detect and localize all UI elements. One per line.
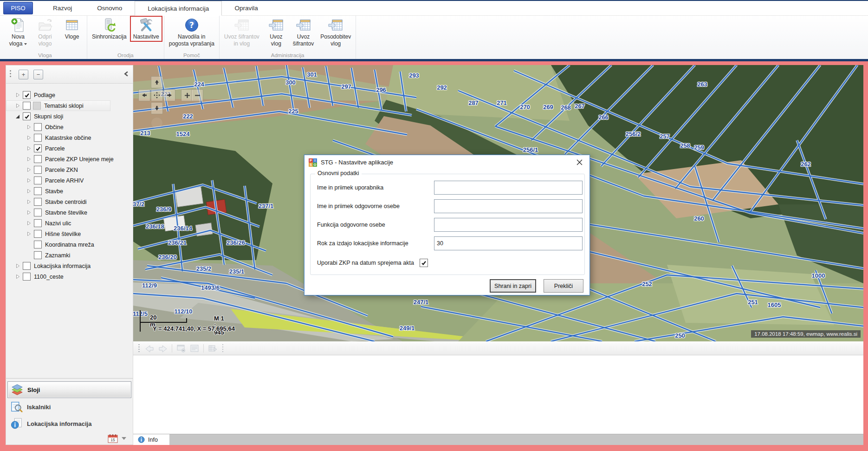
layer-checkbox[interactable] [34,198,42,206]
save-and-close-button[interactable]: Shrani in zapri [490,279,536,293]
tree-item-hi-ne-tevilke[interactable]: Hišne številke [6,229,133,239]
layer-checkbox[interactable] [34,134,42,142]
expand-arrow-icon[interactable] [26,221,31,226]
sidebar-nav-sloji[interactable]: Sloji [7,381,131,398]
ribbon-button-sinhronizacija[interactable]: Sinhronizacija [89,16,130,42]
chevron-down-icon[interactable] [122,437,126,440]
parcel-label: 260 [694,215,704,222]
import-table-icon [296,17,311,33]
expand-arrow-icon[interactable] [26,178,31,183]
drag-grip-icon[interactable] [222,344,224,353]
layer-checkbox[interactable] [34,241,42,248]
expand-arrow-icon[interactable] [26,231,31,236]
tree-item-skupni-sloji[interactable]: Skupni sloji [6,111,133,122]
tree-item-katastrske-ob-ine[interactable]: Katastrske občine [6,132,133,143]
ribbon-button-vloge[interactable]: Vloge [58,16,85,42]
pan-left-button[interactable] [138,89,150,101]
layer-checkbox[interactable] [34,209,42,216]
layer-checkbox[interactable] [34,251,42,259]
layer-checkbox[interactable] [34,230,42,238]
pan-center-icon[interactable] [151,89,163,101]
tree-item-parcele-zkn[interactable]: Parcele ZKN [6,164,133,175]
expand-all-button[interactable]: + [19,70,28,79]
layer-checkbox[interactable] [34,123,42,131]
tree-item-stavbe-centroidi[interactable]: Stavbe centroidi [6,196,133,207]
close-icon[interactable] [569,155,589,170]
zkp-checkbox[interactable] [420,259,428,267]
layer-checkbox[interactable] [34,166,42,174]
expand-arrow-icon[interactable] [26,146,31,151]
tab-info[interactable]: Info [133,434,169,445]
ribbon-button-nastavitve[interactable]: Nastavitve [130,16,162,42]
dialog-titlebar[interactable]: PI SO STG - Nastavitve aplikacije [304,155,589,170]
tree-item-stavbe[interactable]: Stavbe [6,186,133,196]
ribbon-button-uvoz-vlog[interactable]: Uvozvlog [263,16,290,49]
pan-right-button[interactable] [163,89,175,101]
expand-arrow-icon[interactable] [15,274,20,279]
layer-checkbox[interactable] [34,187,42,195]
pan-down-button[interactable] [151,102,163,114]
zoom-out-button[interactable] [191,89,203,101]
expand-arrow-icon[interactable] [26,167,31,172]
tab-lokacijska-informacija[interactable]: Lokacijska informacija [135,1,222,16]
layer-checkbox[interactable] [34,155,42,163]
app-button-piso[interactable]: PISO [3,2,33,14]
expand-arrow-icon[interactable] [26,189,31,194]
parcel-label: 225 [288,108,298,115]
layer-label: Parcele ZKN [45,167,78,173]
sidebar-nav-iskalniki[interactable]: Iskalniki [7,399,131,415]
layer-checkbox[interactable] [34,176,42,184]
layer-checkbox[interactable] [23,273,31,281]
tree-item-parcele[interactable]: Parcele [6,143,133,154]
tree-item-zaznamki[interactable]: Zaznamki [6,250,133,261]
field-input-ime-in-priimek-uporabnika[interactable] [434,181,583,195]
tree-item-1100-ceste[interactable]: 1100_ceste [6,271,133,282]
field-input-funkcija-odgovorne-osebe[interactable] [434,218,583,232]
collapse-all-button[interactable]: − [33,70,43,79]
layer-checkbox[interactable] [23,262,31,270]
layer-checkbox[interactable] [34,219,42,227]
tree-item-podlage[interactable]: Podlage [6,90,133,100]
reset-view-button[interactable] [151,117,163,129]
tree-item-nazivi-ulic[interactable]: Nazivi ulic [6,218,133,229]
expand-arrow-icon[interactable] [26,135,31,140]
tree-item-parcele-arhiv[interactable]: Parcele ARHIV [6,175,133,186]
sidebar-nav-lokacijska-informacija[interactable]: Lokacijska informacija [7,416,131,431]
tree-item-koordinatna-mre-a[interactable]: Koordinatna mreža [6,239,133,250]
parcel-label: 1493/6 [201,284,220,291]
expand-arrow-icon[interactable] [26,210,31,215]
drag-grip-icon[interactable] [138,344,140,353]
ribbon-button-navodila-in-pogosta-vpra-anja[interactable]: ?Navodila inpogosta vprašanja [166,16,218,49]
tab-razvoj[interactable]: Razvoj [40,1,84,15]
layer-checkbox[interactable] [23,102,31,110]
layer-checkbox[interactable] [23,91,31,99]
tree-item-ob-ine[interactable]: Občine [6,122,133,132]
expand-arrow-icon[interactable] [15,263,20,268]
drag-grip-icon[interactable] [10,70,11,77]
ribbon-button-nova-vloga[interactable]: Novavloga [5,16,32,49]
expand-arrow-icon[interactable] [26,199,31,204]
tree-item-tematski-sklopi[interactable]: Tematski sklopi [6,100,110,111]
tab-opravila[interactable]: Opravila [222,1,270,15]
layer-checkbox[interactable] [23,112,31,120]
ribbon-button-posodobitev-vlog[interactable]: Posodobitevvlog [317,16,354,49]
expand-arrow-icon[interactable] [26,157,31,162]
calendar-icon[interactable]: 15 [108,434,118,443]
expand-arrow-icon[interactable] [15,103,20,108]
layer-checkbox[interactable] [34,144,42,152]
tree-item-stavbne-tevilke[interactable]: Stavbne številke [6,207,133,218]
collapse-panel-icon[interactable] [123,70,129,78]
pan-up-button[interactable] [151,76,163,88]
ribbon-button-uvoz-ifrantov[interactable]: Uvozšifrantov [290,16,317,49]
tab-osnovno[interactable]: Osnovno [84,1,135,15]
field-input-rok-za-izdajo-lokacijske-informacije[interactable] [434,236,583,250]
expand-arrow-icon[interactable] [15,92,20,98]
collapse-arrow-icon[interactable] [15,114,20,119]
tree-item-parcele-zkp-urejene-meje[interactable]: Parcele ZKP Urejene meje [6,154,133,164]
expand-arrow-icon[interactable] [26,124,31,130]
field-input-ime-in-priimek-odgovorne-osebe[interactable] [434,199,583,213]
cancel-button[interactable]: Prekliči [544,279,583,293]
tree-item-lokacijska-informacija[interactable]: Lokacijska informacija [6,261,133,271]
layer-label: Tematski sklopi [44,103,84,109]
layer-label: Stavbe [45,188,63,195]
